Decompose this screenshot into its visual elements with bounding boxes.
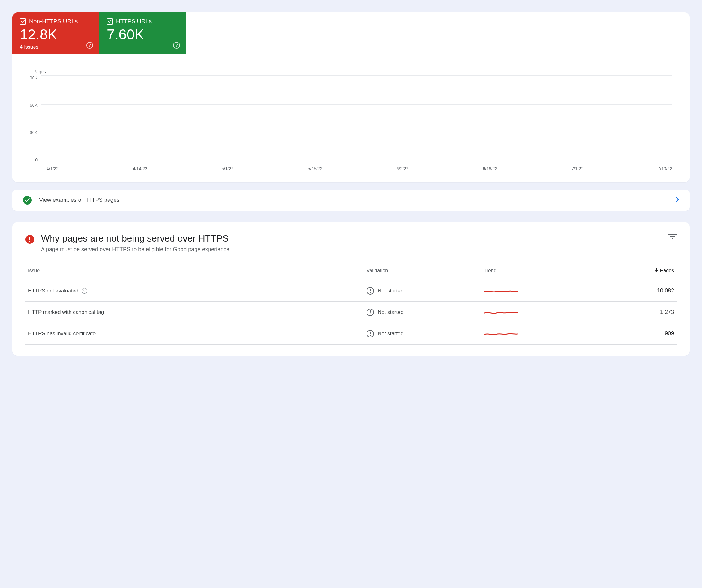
- checkbox-icon: [107, 18, 113, 24]
- issues-subtitle: A page must be served over HTTPS to be e…: [41, 246, 229, 253]
- non-https-label: Non-HTTPS URLs: [29, 18, 78, 25]
- non-https-sub: 4 Issues: [20, 44, 92, 50]
- chevron-right-icon: [675, 197, 679, 204]
- chart-container: Pages 90K60K30K0 4/1/224/14/225/1/225/15…: [12, 54, 690, 182]
- issue-name: HTTP marked with canonical tag: [28, 309, 104, 315]
- issue-name: HTTPS has invalid certificate: [28, 331, 96, 337]
- status-not-started-icon: [366, 309, 374, 316]
- status-not-started-icon: [366, 330, 374, 337]
- x-tick: 5/1/22: [222, 166, 234, 171]
- svg-point-1: [29, 240, 30, 242]
- col-issue[interactable]: Issue: [25, 264, 364, 280]
- x-tick: 6/16/22: [483, 166, 497, 171]
- issue-name: HTTPS not evaluated: [28, 288, 79, 294]
- view-examples-link[interactable]: View examples of HTTPS pages: [12, 190, 690, 211]
- non-https-label-row: Non-HTTPS URLs: [20, 18, 92, 25]
- issues-title: Why pages are not being served over HTTP…: [41, 233, 229, 244]
- help-icon[interactable]: ?: [86, 42, 93, 49]
- svg-point-10: [370, 335, 371, 335]
- table-row[interactable]: HTTP marked with canonical tagNot starte…: [25, 301, 677, 323]
- svg-rect-5: [370, 289, 370, 291]
- https-value: 7.60K: [107, 27, 179, 42]
- https-sub: [107, 44, 179, 50]
- svg-rect-4: [672, 238, 674, 239]
- y-axis-title: Pages: [33, 69, 672, 74]
- svg-rect-2: [669, 234, 677, 235]
- svg-point-6: [370, 292, 371, 293]
- x-tick: 4/14/22: [133, 166, 147, 171]
- svg-rect-7: [370, 310, 370, 313]
- svg-point-8: [370, 313, 371, 314]
- x-tick: 4/1/22: [46, 166, 58, 171]
- issues-card: Why pages are not being served over HTTP…: [12, 222, 690, 356]
- validation-text: Not started: [378, 288, 403, 294]
- x-tick: 7/10/22: [658, 166, 672, 171]
- help-icon[interactable]: ?: [82, 288, 87, 294]
- checkbox-icon: [20, 18, 26, 24]
- pages-count: 10,082: [572, 280, 677, 301]
- y-tick: 0: [30, 158, 37, 162]
- non-https-stat-tile[interactable]: Non-HTTPS URLs 12.8K 4 Issues ?: [12, 12, 99, 54]
- validation-text: Not started: [378, 331, 403, 337]
- col-pages[interactable]: Pages: [572, 264, 677, 280]
- col-trend[interactable]: Trend: [481, 264, 573, 280]
- issues-table: Issue Validation Trend Pages HTTPS not e…: [25, 264, 677, 345]
- pages-count: 1,273: [572, 301, 677, 323]
- table-row[interactable]: HTTPS not evaluated?Not started10,082: [25, 280, 677, 301]
- x-tick: 6/2/22: [396, 166, 409, 171]
- x-tick: 7/1/22: [571, 166, 583, 171]
- check-circle-icon: [23, 196, 32, 205]
- alert-circle-icon: [25, 235, 34, 244]
- filter-icon[interactable]: [669, 233, 677, 241]
- trend-sparkline: [481, 323, 573, 344]
- table-row[interactable]: HTTPS has invalid certificateNot started…: [25, 323, 677, 344]
- svg-rect-3: [670, 236, 675, 237]
- https-overview-card: Non-HTTPS URLs 12.8K 4 Issues ? HTTPS UR…: [12, 12, 690, 182]
- y-tick: 30K: [30, 130, 37, 135]
- validation-text: Not started: [378, 309, 403, 315]
- link-text: View examples of HTTPS pages: [39, 197, 119, 203]
- stat-row: Non-HTTPS URLs 12.8K 4 Issues ? HTTPS UR…: [12, 12, 690, 54]
- pages-count: 909: [572, 323, 677, 344]
- y-axis: 90K60K30K0: [30, 76, 41, 162]
- trend-sparkline: [481, 280, 573, 301]
- chart-plot[interactable]: [41, 76, 672, 162]
- svg-rect-9: [370, 331, 370, 334]
- x-axis: 4/1/224/14/225/1/225/15/226/2/226/16/227…: [46, 166, 672, 171]
- status-not-started-icon: [366, 287, 374, 295]
- col-validation[interactable]: Validation: [364, 264, 481, 280]
- non-https-value: 12.8K: [20, 27, 92, 42]
- trend-sparkline: [481, 301, 573, 323]
- https-stat-tile[interactable]: HTTPS URLs 7.60K ?: [99, 12, 186, 54]
- y-tick: 90K: [30, 76, 37, 80]
- https-label: HTTPS URLs: [116, 18, 152, 25]
- help-icon[interactable]: ?: [173, 42, 180, 49]
- y-tick: 60K: [30, 103, 37, 108]
- arrow-down-icon: [655, 268, 658, 274]
- x-tick: 5/15/22: [308, 166, 323, 171]
- https-label-row: HTTPS URLs: [107, 18, 179, 25]
- svg-rect-0: [29, 237, 30, 240]
